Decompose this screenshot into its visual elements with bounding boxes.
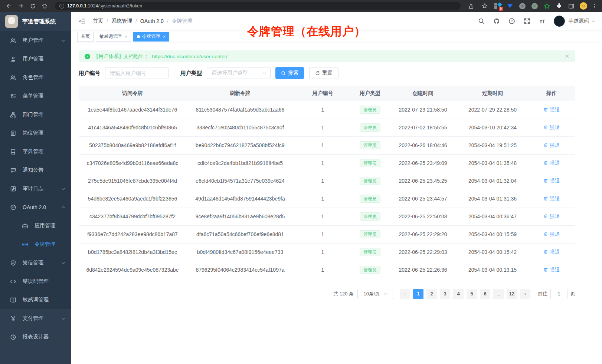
force-logout-button[interactable]: 强退: [543, 249, 560, 255]
breadcrumb-item[interactable]: 首页: [93, 18, 103, 24]
browser-toolbar: i 127.0.0.1:1024/system/oauth2/token 9 ✣…: [0, 0, 602, 12]
sidebar-item-oauth[interactable]: OAuth 2.0: [0, 198, 71, 216]
post-icon: [10, 130, 16, 136]
page-size-select[interactable]: 10条/页: [357, 289, 393, 299]
app-title: 芋道管理系统: [22, 18, 56, 25]
force-logout-button[interactable]: 强退: [543, 231, 560, 238]
prev-page-button[interactable]: ‹: [400, 289, 410, 299]
browser-home-icon[interactable]: [40, 1, 49, 10]
browser-reload-icon[interactable]: [28, 1, 37, 10]
sidebar-toggle-icon[interactable]: [79, 17, 86, 25]
page-button[interactable]: 5: [467, 289, 477, 299]
app-logo[interactable]: 芋道管理系统: [0, 12, 71, 31]
user-type-cell: 管理员: [351, 261, 389, 279]
force-logout-button[interactable]: 强退: [543, 213, 560, 220]
goto-page-input[interactable]: [550, 289, 567, 299]
refresh-token-cell: 9ce8ef2aa9f14056b831ae9b608e28d5: [186, 208, 294, 225]
col-expires: 过期时间: [457, 86, 528, 101]
page-tab[interactable]: 首页: [77, 32, 94, 42]
force-logout-button[interactable]: 强退: [543, 195, 560, 202]
puzzle-extension-icon[interactable]: [555, 2, 563, 10]
browser-forward-icon[interactable]: [16, 1, 25, 10]
sidebar-item-menu[interactable]: 菜单管理: [0, 87, 71, 105]
col-user-id: 用户编号: [294, 86, 351, 101]
sidebar-item-role[interactable]: 角色管理: [0, 68, 71, 87]
breadcrumb-item[interactable]: 系统管理: [111, 18, 132, 24]
gray-extension-icon[interactable]: ✣: [518, 2, 526, 10]
share-icon[interactable]: [467, 1, 475, 10]
created-time-cell: 2022-06-25 22:50:08: [389, 208, 457, 225]
access-token-cell: b0d1785bc3a8482f812db4a3f3bd15ec: [79, 243, 186, 261]
force-logout-button[interactable]: 强退: [543, 178, 560, 184]
force-logout-button[interactable]: 强退: [543, 142, 560, 149]
actions-cell: 强退: [528, 243, 575, 261]
page-tab[interactable]: 敏感词管理×: [96, 32, 131, 42]
sidebar-item-tenant[interactable]: 租户管理: [0, 31, 71, 50]
sidebar-item-log[interactable]: 审计日志: [0, 179, 71, 198]
record-extension-icon[interactable]: [531, 2, 538, 10]
search-icon[interactable]: [478, 17, 485, 25]
reset-button[interactable]: 重置: [309, 67, 338, 79]
actions-cell: 强退: [528, 190, 575, 208]
doc-link[interactable]: https://doc.iocoder.cn/user-center/: [152, 54, 228, 59]
page-button[interactable]: 12: [507, 289, 517, 299]
browser-back-icon[interactable]: [4, 1, 13, 10]
sidebar-menu-bottom: 支付管理报表设计器: [0, 309, 71, 364]
alert-close-icon[interactable]: ✕: [565, 53, 569, 60]
sidebar-item-report[interactable]: 报表设计器: [0, 328, 71, 346]
gem-extension-icon[interactable]: [506, 2, 514, 10]
help-icon[interactable]: ?: [508, 17, 516, 25]
page-button[interactable]: 4: [453, 289, 464, 299]
sidebar-item-dept[interactable]: 部门管理: [0, 105, 71, 124]
page-button[interactable]: 2: [426, 289, 437, 299]
bookmark-star-icon[interactable]: [480, 1, 489, 10]
page-button[interactable]: 6: [480, 289, 490, 299]
sidebar-item-word[interactable]: 敏感词管理: [0, 291, 71, 309]
page-tab[interactable]: 令牌管理×: [133, 32, 169, 42]
sidebar-item-code[interactable]: 错误码管理: [0, 272, 71, 291]
actions-cell: 强退: [528, 208, 575, 225]
tab-close-icon[interactable]: ×: [125, 34, 127, 39]
green-star-extension-icon[interactable]: [543, 2, 550, 10]
github-icon[interactable]: [493, 17, 500, 25]
user-type-select[interactable]: 请选择用户类型: [207, 67, 271, 79]
user-type-placeholder: 请选择用户类型: [212, 70, 248, 76]
table-row: 41c41346a548490f9dc8b01c6bfe0865333ecfc7…: [79, 119, 575, 136]
browser-menu-icon[interactable]: ⋮: [592, 3, 598, 9]
side-panel-icon[interactable]: [567, 2, 575, 10]
extension-grid-icon[interactable]: 9: [494, 2, 501, 10]
tab-close-icon[interactable]: ×: [163, 34, 166, 39]
user-id-input[interactable]: [105, 67, 169, 79]
ellipsis-page-button[interactable]: ...: [493, 289, 504, 299]
sidebar-item-token[interactable]: A令牌管理: [0, 235, 71, 254]
breadcrumb-item[interactable]: OAuth 2.0: [140, 18, 164, 24]
font-size-icon[interactable]: тT: [539, 17, 546, 25]
user-id-cell: 1: [294, 172, 351, 190]
goto-label: 前往: [538, 291, 547, 297]
user-menu[interactable]: 芋道源码: [554, 16, 595, 27]
next-page-button[interactable]: ›: [520, 289, 530, 299]
profile-avatar[interactable]: ☺: [580, 2, 587, 10]
page-button[interactable]: 1: [413, 289, 423, 299]
search-button[interactable]: 搜索: [275, 67, 304, 79]
force-logout-button[interactable]: 强退: [543, 160, 560, 166]
sidebar-item-app[interactable]: 应用管理: [0, 216, 71, 235]
sidebar-item-label: 用户管理: [23, 56, 43, 62]
page-url: 127.0.0.1:1024/system/oauth2/token: [67, 3, 142, 9]
dept-icon: [10, 111, 16, 118]
force-logout-button[interactable]: 强退: [543, 124, 560, 131]
fullscreen-icon[interactable]: [523, 17, 531, 25]
sidebar-item-pay[interactable]: 支付管理: [0, 309, 71, 328]
force-logout-button[interactable]: 强退: [543, 267, 560, 273]
sidebar-item-notice[interactable]: 通知公告: [0, 161, 71, 179]
sidebar-item-dict[interactable]: 字典管理: [0, 142, 71, 161]
reset-button-label: 重置: [322, 70, 333, 76]
sidebar-item-user[interactable]: 用户管理: [0, 50, 71, 68]
address-bar[interactable]: i 127.0.0.1:1024/system/oauth2/token: [55, 2, 461, 10]
sidebar-item-sms[interactable]: 短信管理: [0, 254, 71, 272]
force-logout-button[interactable]: 强退: [543, 106, 560, 113]
site-info-icon[interactable]: i: [59, 4, 64, 9]
page-button[interactable]: 3: [440, 289, 450, 299]
user-id-cell: 1: [294, 154, 351, 172]
sidebar-item-post[interactable]: 岗位管理: [0, 124, 71, 142]
